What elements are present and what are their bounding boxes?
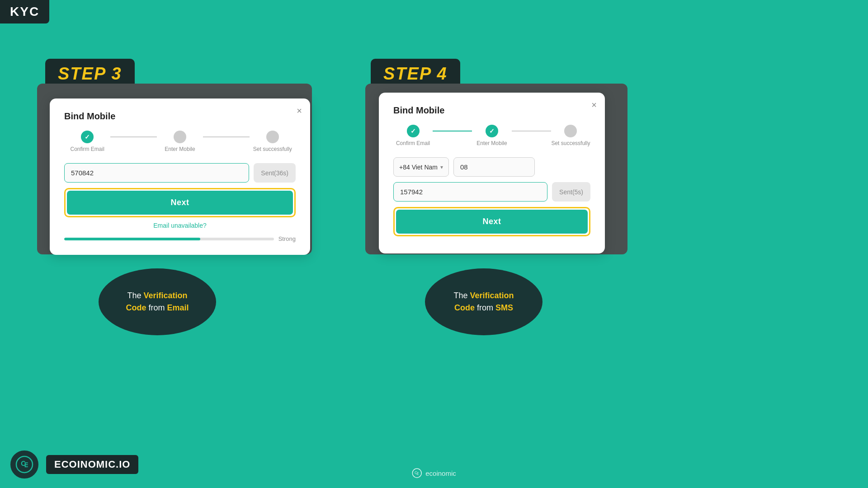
dialog-left-close[interactable]: × bbox=[297, 106, 302, 116]
step-circle-2-right: ✓ bbox=[486, 125, 498, 137]
svg-text:₠: ₠ bbox=[415, 470, 419, 476]
password-progress-bar-left: Strong bbox=[64, 235, 296, 242]
email-code-form-row: Sent(36s) bbox=[64, 163, 296, 183]
next-btn-left[interactable]: Next bbox=[67, 191, 293, 215]
kyc-badge: KYC bbox=[0, 0, 49, 23]
step-circle-3-right bbox=[564, 125, 577, 137]
progress-step-confirm-email-right: ✓ Confirm Email bbox=[393, 125, 433, 146]
email-unavail-link[interactable]: Email unavailable? bbox=[64, 222, 296, 229]
kyc-label: KYC bbox=[10, 5, 39, 19]
progress-bar-fill-left bbox=[64, 238, 200, 240]
next-btn-wrapper-right: Next bbox=[393, 207, 590, 236]
dialog-right-close[interactable]: × bbox=[591, 100, 597, 110]
dialog-right-title: Bind Mobile bbox=[393, 105, 590, 116]
step-label-enter-mobile-left: Enter Mobile bbox=[165, 146, 195, 152]
progress-step-set-success-right: Set successfully bbox=[551, 125, 590, 146]
callout-right-text: The VerificationCode from SMS bbox=[453, 290, 514, 314]
checkmark-icon-1-right: ✓ bbox=[410, 127, 416, 135]
bottom-center-logo: ₠ ecoinomic bbox=[412, 468, 456, 478]
progress-step-set-success-left: Set successfully bbox=[250, 131, 296, 152]
progress-bar-label-left: Strong bbox=[278, 235, 296, 242]
dialog-right: × Bind Mobile ✓ Confirm Email ✓ Enter Mo… bbox=[379, 93, 605, 253]
step-label-enter-mobile-right: Enter Mobile bbox=[476, 140, 507, 146]
ecoinomic-logo-icon: ₠ bbox=[15, 455, 33, 474]
checkmark-icon-1-left: ✓ bbox=[85, 133, 90, 141]
callout-left-plain1: The bbox=[127, 291, 143, 300]
progress-bar-track-left bbox=[64, 238, 274, 240]
dialog-left-title: Bind Mobile bbox=[64, 111, 296, 122]
callout-right-plain1: The bbox=[453, 291, 470, 300]
connector-2-right bbox=[512, 131, 551, 131]
step-label-set-success-left: Set successfully bbox=[253, 146, 292, 152]
step-circle-1-left: ✓ bbox=[81, 131, 94, 143]
mobile-input[interactable] bbox=[453, 157, 535, 177]
ecoinomic-center-icon: ₠ bbox=[412, 468, 422, 478]
mobile-number-row: +84 Viet Nam ▾ bbox=[393, 157, 590, 177]
logo-text-badge: ECOINOMIC.IO bbox=[46, 455, 138, 474]
country-select-label: +84 Viet Nam bbox=[399, 164, 438, 171]
connector-1-left bbox=[110, 136, 156, 137]
svg-text:₠: ₠ bbox=[21, 460, 28, 469]
next-btn-right[interactable]: Next bbox=[396, 210, 588, 234]
progress-step-enter-mobile-right: ✓ Enter Mobile bbox=[472, 125, 511, 146]
callout-left: The VerificationCode from Email bbox=[99, 268, 216, 335]
step-label-confirm-email-left: Confirm Email bbox=[71, 146, 104, 152]
step-label-confirm-email-right: Confirm Email bbox=[396, 140, 430, 146]
bottom-center-logo-label: ecoinomic bbox=[425, 469, 456, 477]
callout-right-plain2: from bbox=[475, 303, 495, 312]
next-btn-wrapper-left: Next bbox=[64, 188, 296, 217]
connector-1-right bbox=[433, 131, 472, 131]
progress-steps-left: ✓ Confirm Email Enter Mobile Set success… bbox=[64, 131, 296, 152]
progress-step-confirm-email-left: ✓ Confirm Email bbox=[64, 131, 110, 152]
sms-verification-input[interactable] bbox=[393, 182, 547, 202]
step-circle-2-left bbox=[174, 131, 186, 143]
step-label-set-success-right: Set successfully bbox=[551, 140, 590, 146]
chevron-down-icon: ▾ bbox=[440, 164, 443, 170]
bottom-logo: ₠ ECOINOMIC.IO bbox=[9, 449, 138, 480]
checkmark-icon-2-right: ✓ bbox=[489, 127, 495, 135]
sent-timer-btn-right: Sent(5s) bbox=[552, 182, 590, 202]
callout-left-highlight2: Email bbox=[167, 303, 189, 312]
callout-right-highlight2: SMS bbox=[495, 303, 513, 312]
connector-2-left bbox=[203, 136, 249, 137]
country-select[interactable]: +84 Viet Nam ▾ bbox=[393, 157, 449, 177]
progress-steps-right: ✓ Confirm Email ✓ Enter Mobile Set succe… bbox=[393, 125, 590, 146]
step-circle-1-right: ✓ bbox=[407, 125, 420, 137]
progress-step-enter-mobile-left: Enter Mobile bbox=[157, 131, 203, 152]
dialog-left: × Bind Mobile ✓ Confirm Email Enter Mobi… bbox=[50, 99, 310, 255]
email-verification-input[interactable] bbox=[64, 163, 249, 183]
sms-code-form-row: Sent(5s) bbox=[393, 182, 590, 202]
logo-circle-icon: ₠ bbox=[9, 449, 40, 480]
callout-left-plain2: from bbox=[146, 303, 167, 312]
sent-timer-btn-left: Sent(36s) bbox=[254, 163, 296, 183]
step-circle-3-left bbox=[266, 131, 279, 143]
callout-left-text: The VerificationCode from Email bbox=[126, 290, 189, 314]
callout-right: The VerificationCode from SMS bbox=[425, 268, 542, 335]
